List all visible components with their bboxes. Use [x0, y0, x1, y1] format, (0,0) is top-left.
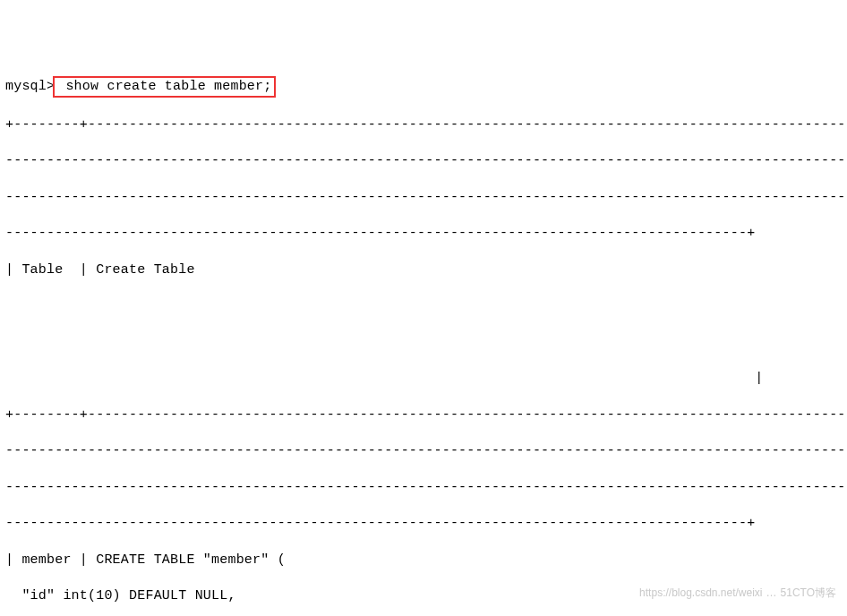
blank-line: [5, 297, 842, 315]
watermark-url: https://blog.csdn.net/weixi: [639, 586, 762, 599]
prompt-line: mysql> show create table member;: [5, 76, 842, 98]
separator-line: ----------------------------------------…: [5, 152, 842, 170]
separator-line: +--------+------------------------------…: [5, 406, 842, 424]
header-end-bar: |: [5, 370, 842, 388]
blank-line: [5, 334, 842, 352]
separator-line: ----------------------------------------…: [5, 442, 842, 460]
mysql-prompt: mysql>: [5, 79, 55, 94]
create-table-open: | member | CREATE TABLE "member" (: [5, 552, 842, 569]
table-header: | Table | Create Table: [5, 261, 842, 279]
highlighted-command: show create table member;: [53, 76, 276, 98]
watermark: https://blog.csdn.net/weixi…51CTO博客: [639, 586, 836, 600]
separator-line: ----------------------------------------…: [5, 225, 842, 243]
watermark-site: 51CTO博客: [781, 586, 836, 599]
separator-line: ----------------------------------------…: [5, 515, 842, 533]
separator-line: ----------------------------------------…: [5, 189, 842, 207]
separator-line: ----------------------------------------…: [5, 479, 842, 497]
separator-line: +--------+------------------------------…: [5, 116, 842, 134]
